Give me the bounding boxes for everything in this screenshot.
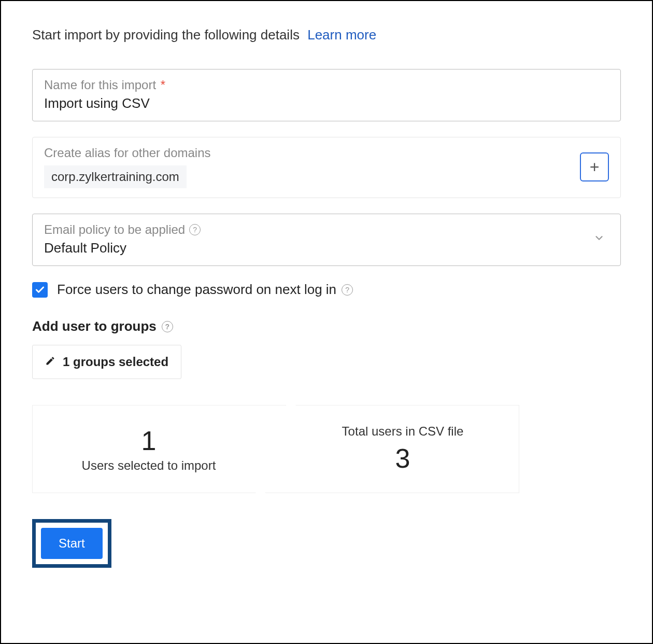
pencil-icon (45, 355, 55, 369)
groups-button-label: 1 groups selected (63, 355, 168, 369)
chevron-down-icon (593, 232, 609, 246)
required-indicator: * (161, 78, 165, 92)
add-alias-button[interactable]: + (580, 152, 609, 181)
plus-icon: + (590, 158, 600, 177)
policy-label: Email policy to be applied (44, 222, 185, 237)
groups-heading-row: Add user to groups ? (32, 318, 621, 334)
import-name-label: Name for this import * (44, 78, 609, 92)
help-icon[interactable]: ? (162, 321, 173, 332)
groups-selected-button[interactable]: 1 groups selected (32, 345, 181, 379)
force-password-checkbox[interactable] (32, 282, 48, 298)
total-users-label: Total users in CSV file (302, 424, 503, 439)
total-users-card: Total users in CSV file 3 (265, 405, 519, 493)
policy-label-row: Email policy to be applied ? (44, 222, 593, 237)
alias-domain-chip[interactable]: corp.zylkertraining.com (44, 165, 187, 188)
import-name-input[interactable] (44, 95, 609, 111)
alias-label: Create alias for other domains (44, 146, 580, 160)
start-button-highlight: Start (32, 519, 111, 568)
stats-row: 1 Users selected to import Total users i… (32, 405, 621, 493)
groups-heading: Add user to groups (32, 318, 157, 334)
help-icon[interactable]: ? (189, 224, 201, 235)
force-password-label-row: Force users to change password on next l… (57, 282, 353, 298)
users-selected-number: 1 (48, 425, 249, 456)
import-form-container: Start import by providing the following … (0, 0, 653, 644)
alias-group: Create alias for other domains corp.zylk… (32, 137, 621, 198)
header-intro: Start import by providing the following … (32, 27, 621, 43)
users-selected-card: 1 Users selected to import (32, 405, 286, 493)
learn-more-link[interactable]: Learn more (307, 27, 376, 43)
import-name-label-text: Name for this import (44, 78, 156, 92)
start-button[interactable]: Start (41, 528, 103, 559)
total-users-number: 3 (302, 443, 503, 474)
email-policy-select[interactable]: Email policy to be applied ? Default Pol… (32, 214, 621, 266)
force-password-row: Force users to change password on next l… (32, 282, 621, 298)
help-icon[interactable]: ? (342, 284, 353, 296)
force-password-label: Force users to change password on next l… (57, 282, 336, 298)
users-selected-label: Users selected to import (48, 458, 249, 473)
import-name-group[interactable]: Name for this import * (32, 69, 621, 121)
policy-value: Default Policy (44, 240, 593, 256)
intro-text: Start import by providing the following … (32, 27, 300, 43)
